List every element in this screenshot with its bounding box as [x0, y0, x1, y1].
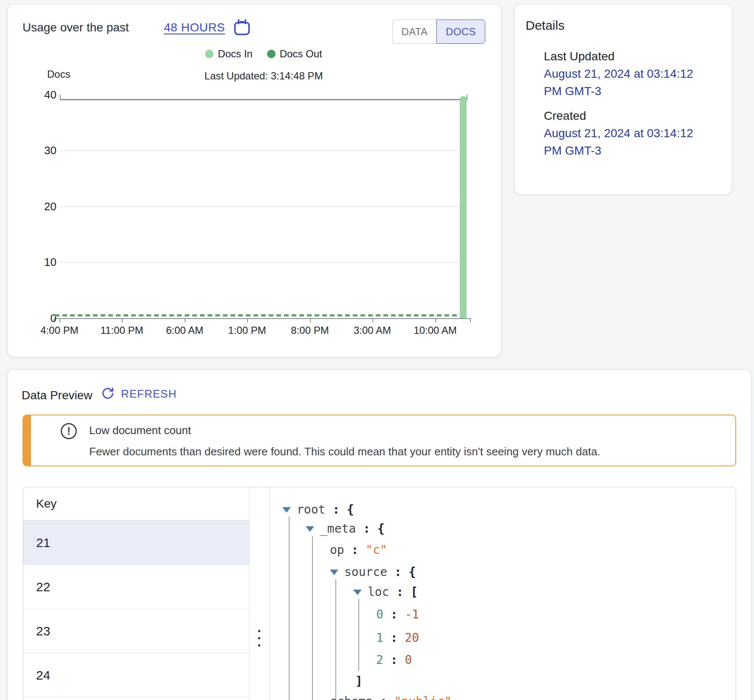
- gridline-40-right-tick: [467, 95, 467, 99]
- x-axis-line: [54, 318, 471, 319]
- collapse-arrow-icon[interactable]: [330, 570, 338, 575]
- y-axis-tick-label: 40: [28, 88, 56, 102]
- json-string-value: "c": [366, 543, 387, 557]
- chart-last-updated: Last Updated: 3:14:48 PM: [60, 70, 467, 82]
- legend-item-docs-in[interactable]: Docs In: [205, 48, 252, 60]
- json-punct: :: [356, 522, 377, 536]
- refresh-button[interactable]: REFRESH: [101, 386, 177, 402]
- json-key: schema: [330, 694, 373, 700]
- json-string-value: "public": [394, 694, 452, 700]
- key-row[interactable]: 23: [23, 609, 249, 653]
- details-card: Details Last Updated August 21, 2024 at …: [515, 4, 732, 195]
- json-punct: :: [325, 502, 347, 517]
- x-axis-tick-label: 4:00 PM: [28, 324, 91, 337]
- json-tree-line: root : {: [282, 502, 354, 517]
- json-array-index: 1: [376, 631, 383, 645]
- collapse-arrow-icon[interactable]: [306, 526, 314, 532]
- low-document-count-warning: ! Low document count Fewer documents tha…: [23, 415, 736, 466]
- json-brace: {: [377, 522, 385, 536]
- docs-in-dot-icon: [205, 50, 214, 58]
- tree-guide-line: [335, 579, 336, 700]
- data-preview-card: Data Preview REFRESH ! Low document coun…: [8, 370, 751, 700]
- refresh-label: REFRESH: [121, 387, 177, 401]
- json-tree-line: schema : "public": [330, 694, 452, 700]
- x-axis-tick: [247, 318, 248, 322]
- toggle-docs-button[interactable]: DOCS: [436, 20, 485, 44]
- warning-icon: !: [61, 423, 77, 439]
- legend-label: Docs In: [218, 48, 252, 60]
- json-tree-line: _meta : {: [306, 522, 385, 536]
- data-preview-title: Data Preview: [22, 389, 93, 402]
- x-axis-tick-label: 1:00 PM: [215, 324, 279, 337]
- json-punct: :: [387, 565, 409, 579]
- json-key: _meta: [320, 522, 356, 536]
- tree-guide-line: [358, 599, 359, 671]
- json-punct: :: [383, 653, 405, 667]
- json-tree-line: 0 : -1: [376, 607, 419, 622]
- detail-label-last-updated: Last Updated: [544, 50, 718, 63]
- x-axis-tick: [59, 318, 60, 322]
- collapse-arrow-icon[interactable]: [282, 507, 291, 513]
- x-axis-tick: [372, 318, 373, 322]
- warning-message: Fewer documents than desired were found.…: [89, 445, 600, 458]
- x-axis-tick-label: 6:00 AM: [153, 324, 217, 337]
- usage-card: Usage over the past 48 HOURS DATA DOCS D…: [8, 4, 501, 357]
- gridline-10: [60, 262, 467, 263]
- detail-label-created: Created: [544, 109, 718, 123]
- json-brace: ]: [355, 674, 363, 688]
- y-axis-tick-label: 0: [28, 311, 56, 325]
- json-brace: {: [347, 502, 354, 517]
- refresh-icon: [101, 386, 115, 402]
- x-axis-tick: [185, 318, 186, 322]
- legend-label: Docs Out: [280, 48, 322, 60]
- x-axis-tick: [122, 318, 123, 322]
- json-punct: :: [383, 607, 405, 621]
- json-brace: [: [411, 585, 418, 599]
- gridline-40: [60, 99, 467, 100]
- collapse-arrow-icon[interactable]: [353, 590, 362, 595]
- json-punct: :: [389, 585, 411, 599]
- detail-value-created: August 21, 2024 at 03:14:12 PM GMT-3: [544, 124, 714, 159]
- x-axis-tick: [310, 318, 311, 322]
- y-axis-tick-label: 30: [28, 143, 56, 158]
- panel-resize-handle[interactable]: [249, 487, 270, 700]
- json-tree-line: source : {: [330, 565, 416, 579]
- gridline-40-left-tick: [60, 95, 61, 99]
- json-tree-line: 2 : 0: [376, 653, 412, 667]
- warning-accent-bar: [23, 415, 31, 466]
- x-axis-tick-label: 10:00 AM: [403, 324, 467, 337]
- calendar-icon[interactable]: [233, 18, 251, 40]
- json-tree-line: 1 : 20: [376, 631, 419, 645]
- drag-handle-dot-icon: [258, 644, 260, 646]
- key-row[interactable]: 24: [23, 653, 249, 697]
- legend-item-docs-out[interactable]: Docs Out: [267, 48, 322, 60]
- chart-legend: Docs In Docs Out: [60, 48, 467, 60]
- usage-title: Usage over the past: [23, 21, 129, 34]
- json-number-value: 20: [405, 631, 419, 645]
- x-axis-tick-label: 11:00 PM: [90, 324, 154, 337]
- detail-value-last-updated: August 21, 2024 at 03:14:12 PM GMT-3: [544, 65, 714, 100]
- y-axis-tick-label: 20: [28, 199, 56, 214]
- document-preview-panel: Key 21 22 23 24 root : { _meta : { op : …: [23, 487, 736, 700]
- tree-guide-line: [312, 536, 313, 700]
- json-tree-line: loc : [: [353, 585, 418, 599]
- json-punct: :: [383, 631, 405, 645]
- json-number-value: 0: [405, 653, 412, 667]
- y-axis-tick-label: 10: [28, 255, 56, 269]
- json-punct: :: [344, 543, 366, 557]
- json-key: source: [344, 565, 387, 579]
- key-row[interactable]: 21: [23, 521, 249, 565]
- x-axis-tick-label: 8:00 PM: [278, 324, 342, 337]
- x-axis-tick-label: 3:00 AM: [340, 324, 404, 337]
- toggle-data-button[interactable]: DATA: [392, 20, 436, 44]
- docs-in-spike-bar: [460, 96, 467, 318]
- x-axis-tick: [435, 318, 436, 322]
- key-column-header: Key: [23, 487, 249, 521]
- x-axis-tick: [470, 318, 471, 322]
- key-row[interactable]: 22: [23, 565, 249, 609]
- json-punct: :: [373, 694, 394, 700]
- drag-handle-dot-icon: [258, 637, 260, 639]
- json-key: op: [330, 543, 344, 557]
- range-link[interactable]: 48 HOURS: [164, 21, 225, 34]
- json-array-index: 0: [376, 607, 383, 621]
